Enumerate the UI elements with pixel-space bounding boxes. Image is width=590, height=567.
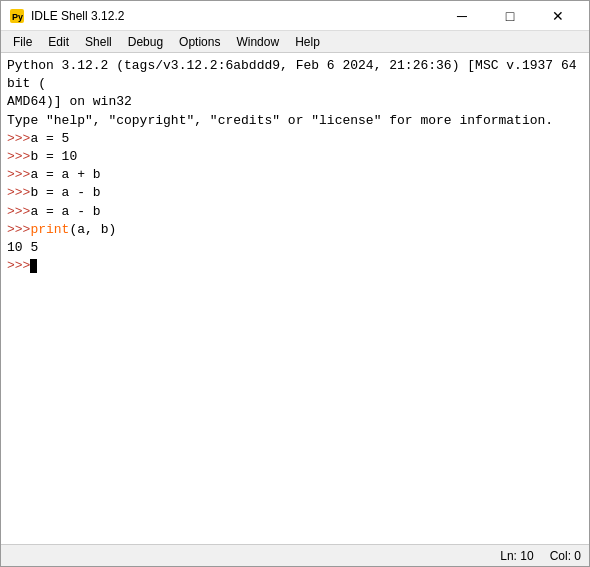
code-5: a = a - b — [30, 203, 100, 221]
input-line-6: >>> print(a, b) — [7, 221, 583, 239]
python-version-line1: Python 3.12.2 (tags/v3.12.2:6abddd9, Feb… — [7, 57, 583, 93]
title-bar-left: Py IDLE Shell 3.12.2 — [9, 8, 124, 24]
code-print-args: (a, b) — [69, 221, 116, 239]
prompt-5: >>> — [7, 203, 30, 221]
prompt-1: >>> — [7, 130, 30, 148]
input-line-1: >>> a = 5 — [7, 130, 583, 148]
python-version-line2: AMD64)] on win32 — [7, 93, 583, 111]
svg-text:Py: Py — [12, 12, 23, 22]
menu-edit[interactable]: Edit — [40, 31, 77, 53]
title-controls: ─ □ ✕ — [439, 2, 581, 30]
input-line-cursor: >>> — [7, 257, 583, 275]
input-line-3: >>> a = a + b — [7, 166, 583, 184]
code-print-keyword: print — [30, 221, 69, 239]
menu-help[interactable]: Help — [287, 31, 328, 53]
code-4: b = a - b — [30, 184, 100, 202]
output-10-5: 10 5 — [7, 239, 583, 257]
shell-content[interactable]: Python 3.12.2 (tags/v3.12.2:6abddd9, Feb… — [1, 53, 589, 544]
prompt-6: >>> — [7, 221, 30, 239]
maximize-button[interactable]: □ — [487, 2, 533, 30]
prompt-cursor: >>> — [7, 257, 30, 275]
prompt-2: >>> — [7, 148, 30, 166]
code-1: a = 5 — [30, 130, 69, 148]
minimize-button[interactable]: ─ — [439, 2, 485, 30]
status-col: Col: 0 — [550, 549, 581, 563]
input-line-5: >>> a = a - b — [7, 203, 583, 221]
status-ln: Ln: 10 — [500, 549, 533, 563]
menu-shell[interactable]: Shell — [77, 31, 120, 53]
input-line-2: >>> b = 10 — [7, 148, 583, 166]
code-2: b = 10 — [30, 148, 77, 166]
menu-window[interactable]: Window — [228, 31, 287, 53]
menu-bar: File Edit Shell Debug Options Window Hel… — [1, 31, 589, 53]
status-bar: Ln: 10 Col: 0 — [1, 544, 589, 566]
app-icon: Py — [9, 8, 25, 24]
prompt-3: >>> — [7, 166, 30, 184]
status-info: Ln: 10 Col: 0 — [500, 549, 581, 563]
menu-debug[interactable]: Debug — [120, 31, 171, 53]
menu-options[interactable]: Options — [171, 31, 228, 53]
menu-file[interactable]: File — [5, 31, 40, 53]
cursor — [30, 259, 37, 273]
input-line-4: >>> b = a - b — [7, 184, 583, 202]
title-text: IDLE Shell 3.12.2 — [31, 9, 124, 23]
help-line: Type "help", "copyright", "credits" or "… — [7, 112, 583, 130]
title-bar: Py IDLE Shell 3.12.2 ─ □ ✕ — [1, 1, 589, 31]
close-button[interactable]: ✕ — [535, 2, 581, 30]
prompt-4: >>> — [7, 184, 30, 202]
code-3: a = a + b — [30, 166, 100, 184]
idle-window: Py IDLE Shell 3.12.2 ─ □ ✕ File Edit She… — [0, 0, 590, 567]
